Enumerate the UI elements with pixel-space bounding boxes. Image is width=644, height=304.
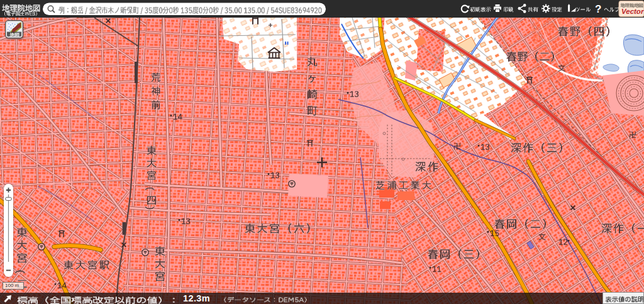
svg-text:Vector: Vector [621,8,644,15]
svg-text:?: ? [595,3,601,15]
svg-text:12.3m: 12.3m [183,293,210,303]
